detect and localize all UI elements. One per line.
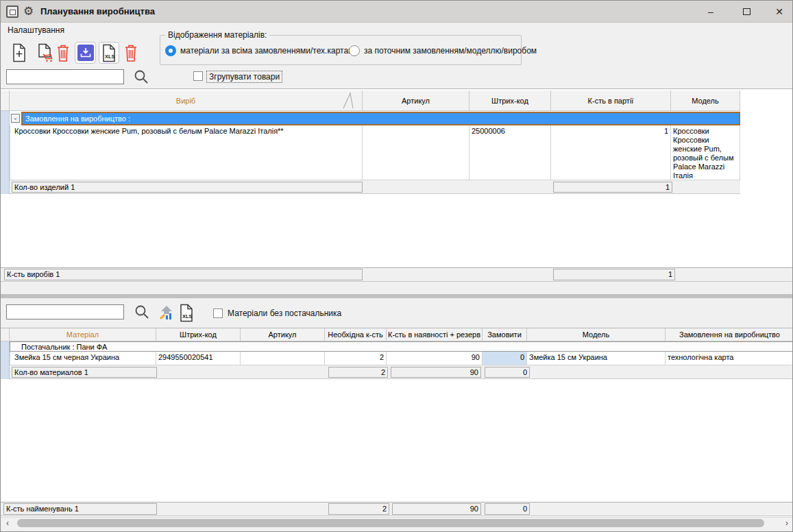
materials-summary-stock: 90 xyxy=(391,367,481,378)
collapse-group-button[interactable]: - xyxy=(11,114,20,123)
maximize-button[interactable] xyxy=(731,1,762,23)
materials-stats-button[interactable] xyxy=(159,304,175,321)
delete-materials-button[interactable] xyxy=(123,43,138,63)
products-summary-label: Кол-во изделий 1 xyxy=(12,182,363,193)
export-xls-icon: XLS xyxy=(101,44,117,62)
column-header-material-model[interactable]: Модель xyxy=(527,328,666,341)
row-indicator-strip xyxy=(1,111,10,194)
stats-chart-icon xyxy=(159,304,175,321)
scroll-right-arrow[interactable]: › xyxy=(781,517,792,529)
column-header-barcode[interactable]: Штрих-код xyxy=(469,90,551,111)
products-footer-qty: 1 xyxy=(553,269,675,280)
no-supplier-label[interactable]: Матеріали без постачальника xyxy=(228,309,341,318)
column-header-order-qty[interactable]: Замовити xyxy=(483,328,527,341)
materials-search-input[interactable] xyxy=(6,304,124,319)
materials-row-indicator-strip xyxy=(1,341,10,379)
materials-search-button[interactable] xyxy=(134,304,150,320)
export-xls-icon-2: XLS xyxy=(179,304,194,322)
materials-footer-required: 2 xyxy=(328,503,389,515)
checkbox-icon xyxy=(193,71,203,81)
app-window-icon xyxy=(6,5,19,18)
products-header-corner xyxy=(1,90,10,111)
close-button[interactable]: ✕ xyxy=(764,1,793,23)
scrollbar-thumb[interactable] xyxy=(17,519,764,527)
radio-current-order[interactable]: за поточним замовленням/моделлю/виробом xyxy=(349,45,537,56)
gear-icon: ⚙ xyxy=(23,4,34,19)
maximize-icon xyxy=(743,8,751,15)
menu-item-settings[interactable]: Налаштування xyxy=(8,25,64,35)
materials-summary-required: 2 xyxy=(328,367,388,378)
svg-text:XLS: XLS xyxy=(105,53,115,60)
column-header-material[interactable]: Матеріал xyxy=(10,328,156,341)
material-cell-production-order[interactable]: технологічна карта xyxy=(666,352,793,365)
column-header-material-barcode[interactable]: Штрих-код xyxy=(156,328,241,341)
column-header-batch-qty[interactable]: К-сть в партії xyxy=(551,90,671,111)
import-orders-button[interactable] xyxy=(75,42,96,64)
trash-icon-2 xyxy=(124,44,138,62)
add-document-button[interactable] xyxy=(10,43,28,63)
product-cell-barcode[interactable]: 25000006 xyxy=(469,125,551,180)
material-cell-order-qty[interactable]: 0 xyxy=(483,352,527,365)
radio-current-order-label: за поточним замовленням/моделлю/виробом xyxy=(364,46,537,56)
radio-all-orders-label: матеріали за всіма замовленнями/тех.карт… xyxy=(180,46,358,56)
no-supplier-checkbox[interactable] xyxy=(213,309,223,318)
materials-footer-order: 0 xyxy=(485,503,530,515)
radio-selected-icon xyxy=(165,45,176,56)
export-xls-button[interactable]: XLS xyxy=(99,42,119,64)
materials-summary-order: 0 xyxy=(485,367,530,378)
materials-export-xls-button[interactable]: XLS xyxy=(179,304,194,322)
radio-all-orders[interactable]: матеріали за всіма замовленнями/тех.карт… xyxy=(165,45,358,56)
column-header-stock-qty[interactable]: К-сть в наявності + резерв xyxy=(387,328,483,341)
column-header-required-qty[interactable]: Необхідна к-сть xyxy=(325,328,387,341)
trash-icon xyxy=(56,44,70,62)
search-icon xyxy=(133,69,149,85)
material-cell-article[interactable] xyxy=(241,352,325,365)
window-title: Планування виробництва xyxy=(40,6,155,16)
group-products-checkbox[interactable] xyxy=(193,71,203,81)
column-header-material-article[interactable]: Артикул xyxy=(241,328,325,341)
products-group-row[interactable]: Замовлення на виробництво : xyxy=(21,112,740,125)
checkbox-icon-2 xyxy=(213,309,223,318)
product-cell-model[interactable]: Кроссовки Кроссовки женские Pum, розовый… xyxy=(671,125,740,180)
products-footer-label: К-сть виробів 1 xyxy=(4,269,363,280)
products-summary-qty: 1 xyxy=(553,182,672,193)
materials-footer-label: К-сть найменувань 1 xyxy=(3,503,157,515)
group-products-label[interactable]: Згрупувати товари xyxy=(206,71,282,83)
column-header-article[interactable]: Артикул xyxy=(363,90,469,111)
products-search-button[interactable] xyxy=(133,69,149,85)
minimize-button[interactable]: – xyxy=(695,1,727,23)
product-cell-article[interactable] xyxy=(363,125,469,180)
import-icon xyxy=(77,45,94,61)
panel-gap xyxy=(1,282,793,294)
add-document-icon xyxy=(12,43,27,62)
delete-order-button[interactable] xyxy=(56,43,71,63)
product-cell-batch-qty[interactable]: 1 xyxy=(551,125,671,180)
column-header-model[interactable]: Модель xyxy=(671,90,740,111)
material-cell-model[interactable]: Змейка 15 см Украина xyxy=(527,352,666,365)
material-cell-required-qty[interactable]: 2 xyxy=(325,352,387,365)
display-options-legend: Відображення матеріалів: xyxy=(165,30,269,40)
search-icon-2 xyxy=(134,304,150,320)
product-cell-name[interactable]: Кроссовки Кроссовки женские Pum, розовый… xyxy=(10,125,363,180)
sort-triangle-icon xyxy=(341,92,356,110)
material-cell-barcode[interactable]: 2949550020541 xyxy=(156,352,241,365)
column-header-product[interactable]: Виріб xyxy=(10,90,363,111)
products-search-input[interactable] xyxy=(6,69,124,84)
svg-text:XLS: XLS xyxy=(182,313,193,319)
materials-footer-stock: 90 xyxy=(392,503,481,515)
materials-header-corner xyxy=(1,328,10,341)
production-planning-window: ⚙ Планування виробництва – ✕ Налаштуванн… xyxy=(0,0,793,532)
radio-unselected-icon xyxy=(349,45,360,56)
column-header-production-order[interactable]: Замовлення на виробництво xyxy=(666,328,793,341)
materials-summary-label: Кол-во материалов 1 xyxy=(12,367,157,378)
material-cell-name[interactable]: Змейка 15 см черная Украина xyxy=(10,352,156,365)
scroll-left-arrow[interactable]: ‹ xyxy=(2,517,13,529)
document-cart-icon xyxy=(37,43,55,62)
remove-document-cart-button[interactable] xyxy=(36,43,56,63)
material-cell-stock-qty[interactable]: 90 xyxy=(387,352,483,365)
materials-group-row[interactable]: Постачальник : Пани ФА xyxy=(10,341,793,352)
